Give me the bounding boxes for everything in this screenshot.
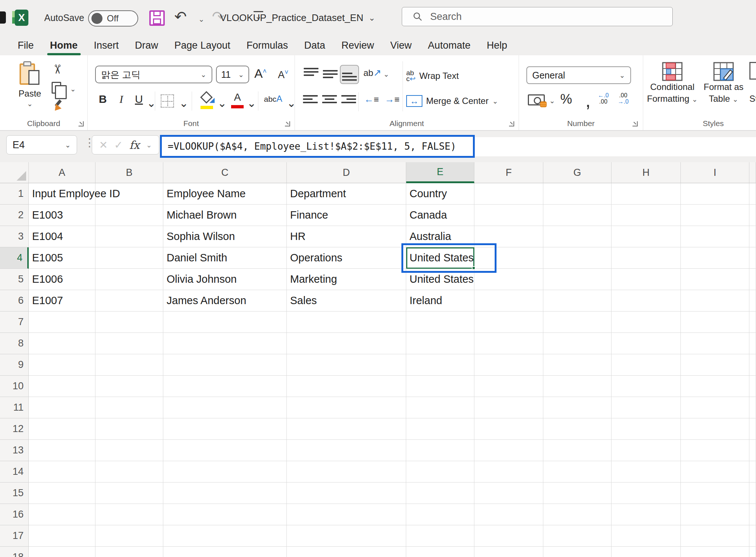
align-bottom-button-selected[interactable] (340, 65, 359, 84)
cell-A3[interactable]: E1004 (29, 226, 95, 247)
cell-G7[interactable] (543, 311, 612, 333)
cell-I17[interactable] (681, 525, 749, 547)
cell-D1[interactable]: Department (287, 183, 406, 205)
row-header-18[interactable]: 18 (0, 547, 29, 557)
cell-A4[interactable]: E1005 (29, 247, 95, 269)
wrap-text-button[interactable]: abc↩ Wrap Text (406, 70, 459, 82)
cell-C10[interactable] (163, 376, 287, 397)
tab-view[interactable]: View (382, 36, 420, 55)
font-color-chevron-icon[interactable]: ⌄ (247, 97, 256, 109)
accounting-format-button[interactable] (528, 94, 545, 105)
cell-B11[interactable] (95, 397, 163, 418)
cell-D4[interactable]: Operations (287, 247, 406, 269)
row-header-11[interactable]: 11 (0, 397, 29, 418)
borders-chevron-icon[interactable]: ⌄ (179, 97, 188, 109)
row-header-4[interactable]: 4 (0, 247, 29, 269)
column-header-A[interactable]: A (29, 162, 95, 183)
cell-B15[interactable] (95, 483, 163, 504)
cell-E3[interactable]: Australia (406, 226, 474, 247)
align-middle-button[interactable] (323, 68, 338, 80)
paste-button[interactable]: Paste ⌄ (10, 60, 50, 116)
document-title[interactable]: VLOOKUP_Practice_Dataset_EN ⌄ (220, 0, 375, 36)
fill-color-button[interactable]: ◢ (200, 92, 215, 109)
tab-insert[interactable]: Insert (86, 36, 127, 55)
row-header-16[interactable]: 16 (0, 504, 29, 525)
cell-F3[interactable] (474, 226, 543, 247)
cell-F6[interactable] (474, 290, 543, 311)
cell-D15[interactable] (287, 483, 406, 504)
cell-D14[interactable] (287, 461, 406, 483)
undo-dropdown-chevron-icon[interactable]: ⌄ (198, 15, 205, 24)
cell-H7[interactable] (612, 311, 681, 333)
cell-I6[interactable] (681, 290, 749, 311)
align-left-button[interactable] (303, 95, 318, 108)
cell-B18[interactable] (95, 547, 163, 557)
excel-logo-icon[interactable]: X (12, 10, 28, 26)
cell-H2[interactable] (612, 205, 681, 226)
cell-F17[interactable] (474, 525, 543, 547)
tab-formulas[interactable]: Formulas (238, 36, 296, 55)
cell-C6[interactable]: James Anderson (163, 290, 287, 311)
cell-F7[interactable] (474, 311, 543, 333)
cell-G1[interactable] (543, 183, 612, 205)
cell-D11[interactable] (287, 397, 406, 418)
cell-I15[interactable] (681, 483, 749, 504)
row-header-5[interactable]: 5 (0, 269, 29, 290)
cut-button[interactable]: ✂ (50, 64, 65, 75)
cell-D3[interactable]: HR (287, 226, 406, 247)
cell-H10[interactable] (612, 376, 681, 397)
cell-G9[interactable] (543, 354, 612, 376)
cell-H6[interactable] (612, 290, 681, 311)
cell-A13[interactable] (29, 440, 95, 461)
cell-B16[interactable] (95, 504, 163, 525)
cell-I18[interactable] (681, 547, 749, 557)
cell-I3[interactable] (681, 226, 749, 247)
cell-A12[interactable] (29, 418, 95, 440)
row-header-1[interactable]: 1 (0, 183, 29, 205)
cell-E10[interactable] (406, 376, 474, 397)
cell-partial-17[interactable] (749, 525, 756, 547)
cell-F8[interactable] (474, 333, 543, 354)
cell-G3[interactable] (543, 226, 612, 247)
row-header-14[interactable]: 14 (0, 461, 29, 483)
cell-I14[interactable] (681, 461, 749, 483)
search-input[interactable] (430, 11, 651, 22)
cell-H14[interactable] (612, 461, 681, 483)
cell-E2[interactable]: Canada (406, 205, 474, 226)
cell-partial-18[interactable] (749, 547, 756, 557)
cancel-button[interactable]: ✕ (99, 139, 108, 151)
cell-E18[interactable] (406, 547, 474, 557)
underline-button[interactable]: U (135, 93, 143, 105)
cell-A18[interactable] (29, 547, 95, 557)
undo-button[interactable]: ↶ (174, 8, 187, 25)
cell-A14[interactable] (29, 461, 95, 483)
cell-partial-10[interactable] (749, 376, 756, 397)
copy-button[interactable] (52, 82, 61, 94)
cell-C15[interactable] (163, 483, 287, 504)
cell-partial-9[interactable] (749, 354, 756, 376)
cell-E16[interactable] (406, 504, 474, 525)
cell-E6[interactable]: Ireland (406, 290, 474, 311)
fx-chevron-icon[interactable]: ⌄ (146, 141, 152, 149)
cell-C14[interactable] (163, 461, 287, 483)
cell-G11[interactable] (543, 397, 612, 418)
cell-A9[interactable] (29, 354, 95, 376)
cell-E12[interactable] (406, 418, 474, 440)
orientation-chevron-icon[interactable]: ⌄ (383, 70, 389, 79)
column-header-H[interactable]: H (612, 162, 681, 183)
cell-E7[interactable] (406, 311, 474, 333)
row-header-2[interactable]: 2 (0, 205, 29, 226)
cell-B12[interactable] (95, 418, 163, 440)
row-header-3[interactable]: 3 (0, 226, 29, 247)
cell-H4[interactable] (612, 247, 681, 269)
cell-partial-2[interactable] (749, 205, 756, 226)
cell-A8[interactable] (29, 333, 95, 354)
cell-F14[interactable] (474, 461, 543, 483)
cell-C1[interactable]: Employee Name (163, 183, 287, 205)
cell-H17[interactable] (612, 525, 681, 547)
cell-E5[interactable]: United States (406, 269, 474, 290)
cell-G18[interactable] (543, 547, 612, 557)
tab-draw[interactable]: Draw (127, 36, 166, 55)
cell-G6[interactable] (543, 290, 612, 311)
cell-C2[interactable]: Michael Brown (163, 205, 287, 226)
